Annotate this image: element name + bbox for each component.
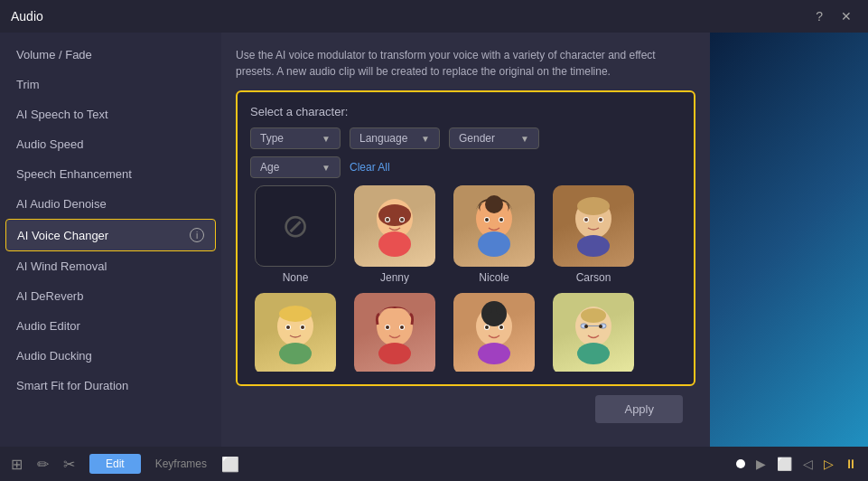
sidebar-item-trim[interactable]: Trim (0, 70, 221, 99)
sidebar-item-ai-speech-to-text[interactable]: AI Speech to Text (0, 99, 221, 129)
svg-point-28 (377, 307, 413, 346)
filter-row-2: Age ▼ Clear All (250, 156, 681, 178)
svg-point-41 (499, 325, 503, 329)
svg-point-1 (378, 204, 411, 226)
char-label-carson: Carson (576, 271, 611, 284)
svg-point-37 (496, 306, 505, 315)
progress-dot (736, 459, 745, 468)
char-avatar-rachael (354, 293, 435, 372)
gender-dropdown-arrow: ▼ (520, 134, 529, 144)
char-avatar-carson (553, 185, 634, 267)
right-panel (710, 33, 868, 447)
svg-point-25 (286, 325, 290, 329)
pause-button[interactable]: ⏸ (845, 457, 857, 471)
svg-point-26 (301, 325, 304, 329)
svg-point-13 (478, 231, 510, 257)
sidebar-item-audio-ducking[interactable]: Audio Ducking (0, 341, 221, 371)
close-button[interactable]: ✕ (835, 7, 857, 25)
filter-row-1: Type ▼ Language ▼ Gender ▼ (250, 127, 681, 149)
svg-point-31 (386, 325, 389, 329)
toolbar-icon-3[interactable]: ✂ (63, 456, 75, 473)
svg-point-33 (378, 343, 411, 364)
svg-point-12 (499, 218, 503, 222)
svg-point-5 (400, 218, 404, 222)
svg-point-19 (599, 218, 602, 222)
sidebar: Volume / FadeTrimAI Speech to TextAudio … (0, 33, 221, 447)
char-avatar-none: ⊘ (255, 185, 336, 267)
svg-point-49 (599, 325, 602, 328)
panel-title: Select a character: (250, 105, 681, 118)
playback-controls: ▶ ⬜ ◁ ▷ ⏸ (736, 457, 857, 471)
char-card-aj[interactable]: AJ (548, 293, 639, 372)
toolbar-icon-2[interactable]: ✏ (37, 456, 49, 473)
dialog-description: Use the AI voice modulator to transform … (236, 47, 687, 80)
char-avatar-owen (255, 293, 336, 372)
language-dropdown-arrow: ▼ (421, 134, 430, 144)
sidebar-item-speech-enhancement[interactable]: Speech Enhancement (0, 159, 221, 189)
type-dropdown-arrow: ▼ (322, 134, 331, 144)
svg-point-8 (485, 195, 503, 213)
edit-button[interactable]: Edit (89, 454, 141, 474)
title-controls: ? ✕ (810, 7, 857, 25)
char-label-none: None (283, 271, 309, 284)
prev-button[interactable]: ◁ (803, 457, 813, 471)
keyframes-label: Keyframes (155, 457, 207, 470)
char-card-rachael[interactable]: Rachael (350, 293, 440, 372)
svg-point-15 (577, 197, 610, 215)
play-button[interactable]: ▶ (756, 457, 766, 471)
sidebar-item-smart-fit[interactable]: Smart Fit for Duration (0, 371, 221, 401)
language-dropdown[interactable]: Language ▼ (350, 127, 440, 149)
svg-point-20 (577, 235, 610, 257)
sidebar-item-audio-speed[interactable]: Audio Speed (0, 129, 221, 159)
toolbar-icon-4[interactable]: ⬜ (221, 456, 239, 473)
svg-point-42 (478, 343, 510, 364)
apply-row: Apply (236, 386, 695, 432)
svg-point-22 (279, 306, 312, 322)
type-dropdown[interactable]: Type ▼ (250, 127, 341, 149)
sidebar-item-ai-voice-changer[interactable]: AI Voice Changeri (5, 219, 216, 251)
svg-point-40 (485, 325, 489, 329)
sidebar-item-ai-dereverb[interactable]: AI DeReverb (0, 281, 221, 311)
sidebar-item-volume-fade[interactable]: Volume / Fade (0, 40, 221, 70)
sidebar-item-audio-editor[interactable]: Audio Editor (0, 311, 221, 341)
age-dropdown[interactable]: Age ▼ (250, 156, 341, 178)
sidebar-item-ai-wind-removal[interactable]: AI Wind Removal (0, 251, 221, 281)
svg-point-11 (485, 218, 489, 222)
character-grid: ⊘ None (250, 185, 681, 372)
char-label-jenny: Jenny (380, 271, 409, 284)
next-button[interactable]: ▷ (824, 457, 834, 471)
bottom-toolbar: ⊞ ✏ ✂ Edit Keyframes ⬜ ▶ ⬜ ◁ ▷ ⏸ (0, 447, 868, 481)
svg-point-27 (279, 343, 312, 364)
dialog-area: Use the AI voice modulator to transform … (221, 33, 710, 447)
svg-point-4 (386, 218, 389, 222)
gender-dropdown[interactable]: Gender ▼ (449, 127, 539, 149)
svg-point-32 (400, 325, 404, 329)
char-card-zoe[interactable]: Zoe (449, 293, 539, 372)
age-dropdown-arrow: ▼ (322, 163, 331, 173)
char-avatar-nicole (453, 185, 535, 267)
info-icon-ai-voice-changer: i (190, 228, 204, 242)
char-card-jenny[interactable]: Jenny (350, 185, 440, 284)
svg-point-36 (483, 306, 492, 315)
char-card-none[interactable]: ⊘ None (250, 185, 341, 284)
char-card-owen[interactable]: Owen (250, 293, 341, 372)
svg-point-50 (577, 343, 610, 364)
char-label-nicole: Nicole (479, 271, 509, 284)
apply-button[interactable]: Apply (595, 395, 683, 423)
toolbar-icon-1[interactable]: ⊞ (11, 456, 23, 473)
help-button[interactable]: ? (810, 7, 828, 25)
sidebar-item-ai-audio-denoise[interactable]: AI Audio Denoise (0, 189, 221, 219)
char-card-carson[interactable]: Carson (548, 185, 639, 284)
svg-point-6 (378, 231, 411, 257)
svg-point-48 (584, 325, 588, 328)
char-card-nicole[interactable]: Nicole (449, 185, 539, 284)
svg-point-18 (584, 218, 588, 222)
char-avatar-aj (553, 293, 634, 372)
char-avatar-zoe (453, 293, 535, 372)
stop-button[interactable]: ⬜ (777, 457, 792, 471)
clear-all-link[interactable]: Clear All (350, 161, 390, 174)
title-bar: Audio ? ✕ (0, 0, 868, 33)
char-avatar-jenny (354, 185, 435, 267)
svg-point-44 (581, 308, 606, 323)
character-panel: Select a character: Type ▼ Language ▼ Ge… (236, 90, 695, 386)
